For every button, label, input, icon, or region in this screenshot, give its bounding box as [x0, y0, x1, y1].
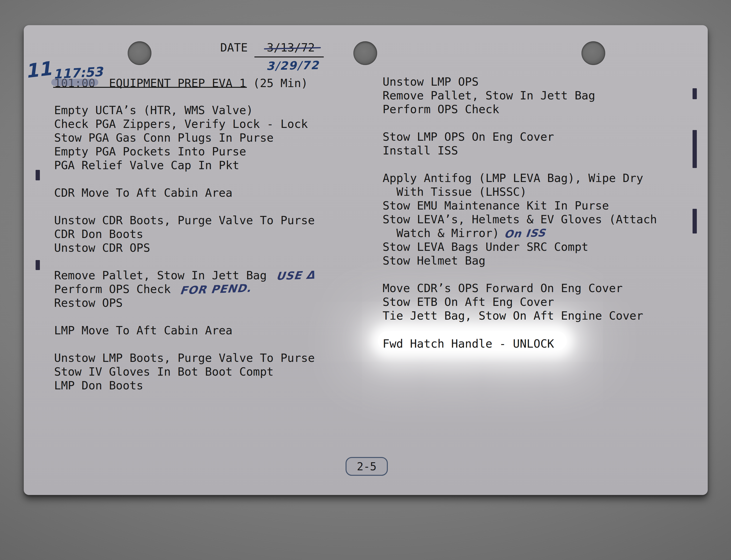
checklist-line: Stow EMU Maintenance Kit In Purse	[383, 200, 609, 211]
page-number-text: 2-5	[357, 460, 376, 473]
checklist-line: Unstow CDR Boots, Purge Valve To Purse	[54, 215, 315, 226]
checklist-line: Perform OPS Check	[383, 103, 499, 115]
section-duration-text: (25 Min)	[246, 76, 308, 90]
checklist-line: Move CDR’s OPS Forward On Eng Cover	[383, 282, 623, 294]
checklist-line: Install ISS	[383, 145, 458, 156]
checklist-line: Stow LEVA Bags Under SRC Compt	[383, 241, 588, 252]
title-underline	[53, 87, 247, 88]
checklist-line: CDR Don Boots	[54, 228, 143, 240]
punch-hole-right	[581, 41, 605, 65]
checklist-line: LMP Move To Aft Cabin Area	[54, 325, 232, 336]
checklist-line: Perform OPS CheckFOR PEND.	[54, 283, 251, 295]
highlighted-checklist-step[interactable]: Fwd Hatch Handle - UNLOCK	[383, 338, 554, 349]
right-margin-tick-3	[693, 209, 697, 233]
checklist-text: Watch & Mirror)	[396, 226, 499, 240]
checklist-card-page	[24, 25, 708, 495]
left-margin-tick-1	[36, 170, 40, 180]
scanned-checklist-background: DATE 3/13/72 3/29/72 11 117:53 101:00 EQ…	[0, 0, 731, 560]
handwritten-page-index: 11	[24, 57, 53, 83]
checklist-line: Unstow LMP OPS	[383, 76, 479, 87]
checklist-line: Check PGA Zippers, Verify Lock - Lock	[54, 118, 308, 130]
checklist-line: CDR Move To Aft Cabin Area	[54, 187, 232, 198]
checklist-line: Stow LMP OPS On Eng Cover	[383, 131, 554, 142]
checklist-line: Unstow CDR OPS	[54, 242, 150, 253]
checklist-text: Perform OPS Check	[54, 282, 171, 296]
checklist-line: PGA Relief Valve Cap In Pkt	[54, 159, 239, 171]
handwritten-for-pend-annotation: FOR PEND.	[179, 282, 252, 296]
checklist-line: Unstow LMP Boots, Purge Valve To Purse	[54, 352, 315, 364]
checklist-line: Stow LEVA’s, Helmets & EV Gloves (Attach	[383, 214, 657, 225]
checklist-line: Stow ETB On Aft Eng Cover	[383, 296, 554, 308]
left-margin-tick-2	[36, 260, 40, 270]
checklist-line: Stow IV Gloves In Bot Boot Compt	[54, 366, 274, 377]
checklist-line: Watch & Mirror)On ISS	[396, 227, 546, 239]
punch-hole-left	[128, 41, 151, 65]
handwritten-use-delta-annotation: USE Δ	[276, 269, 316, 282]
date-underline	[254, 56, 324, 57]
right-margin-tick-2	[693, 130, 697, 168]
checklist-text: Remove Pallet, Stow In Jett Bag	[54, 269, 267, 282]
checklist-line: LMP Don Boots	[54, 380, 143, 391]
checklist-line: Remove Pallet, Stow In Jett Bag	[383, 90, 595, 101]
handwritten-on-iss-annotation: On ISS	[504, 227, 547, 240]
date-label: DATE	[220, 42, 248, 53]
checklist-line: Stow PGA Gas Conn Plugs In Purse	[54, 132, 274, 143]
checklist-line: Tie Jett Bag, Stow On Aft Engine Cover	[383, 310, 643, 321]
checklist-line: With Tissue (LHSSC)	[396, 186, 527, 197]
checklist-line: Stow Helmet Bag	[383, 255, 485, 266]
date-revised-handwritten: 3/29/72	[266, 58, 319, 73]
checklist-line: Remove Pallet, Stow In Jett BagUSE Δ	[54, 270, 315, 281]
punch-hole-center	[353, 41, 377, 65]
checklist-line: Restow OPS	[54, 297, 123, 308]
checklist-line: Apply Antifog (LMP LEVA Bag), Wipe Dry	[383, 172, 643, 184]
right-margin-tick-1	[693, 88, 697, 99]
checklist-line: Empty UCTA’s (HTR, WMS Valve)	[54, 104, 253, 116]
checklist-line: Empty PGA Pockets Into Purse	[54, 146, 246, 157]
page-number-box: 2-5	[346, 457, 388, 476]
struck-time-marker-highlight	[51, 79, 98, 86]
